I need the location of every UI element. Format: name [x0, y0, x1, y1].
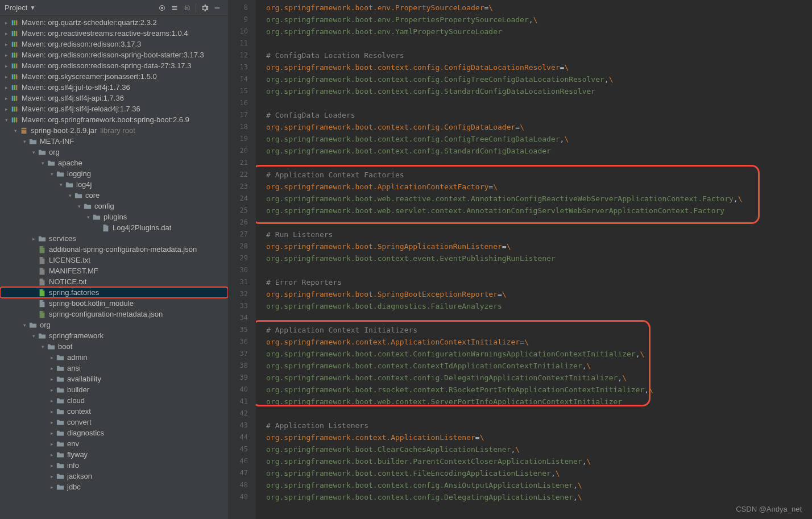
- chevron-icon[interactable]: ▾: [40, 160, 45, 166]
- sidebar-title[interactable]: Project: [5, 3, 27, 12]
- tree-item[interactable]: ▾apache: [0, 157, 228, 168]
- chevron-icon[interactable]: ▸: [3, 106, 9, 112]
- tree-item[interactable]: ▸cloud: [0, 395, 228, 406]
- tree-item[interactable]: ▸Maven: org.slf4j:slf4j-api:1.7.36: [0, 93, 228, 103]
- tree-item[interactable]: ▾org: [0, 147, 228, 157]
- chevron-icon[interactable]: ▸: [49, 420, 55, 425]
- chevron-icon[interactable]: ▾: [13, 128, 18, 134]
- tree-item[interactable]: LICENSE.txt: [0, 255, 228, 265]
- chevron-icon[interactable]: ▾: [67, 193, 73, 198]
- tree-item[interactable]: ▸ansi: [0, 363, 228, 373]
- chevron-icon[interactable]: ▸: [49, 376, 55, 382]
- tree-item[interactable]: ▸jdbc: [0, 481, 228, 492]
- tree-item[interactable]: ▾plugins: [0, 211, 228, 222]
- tree-item[interactable]: ▸env: [0, 438, 228, 449]
- tree-label: boot: [58, 342, 72, 351]
- folder-icon: [56, 407, 65, 416]
- tree-item[interactable]: ▾org: [0, 319, 228, 330]
- chevron-icon[interactable]: ▾: [22, 322, 27, 328]
- tree-item[interactable]: spring.factories: [0, 287, 228, 298]
- tree-item[interactable]: ▸Maven: org.redisson:redisson:3.17.3: [0, 39, 228, 49]
- tree-item[interactable]: ▾META-INF: [0, 136, 228, 147]
- collapse-all-icon[interactable]: [182, 3, 192, 13]
- chevron-icon[interactable]: ▸: [3, 85, 9, 90]
- tree-item[interactable]: ▸Maven: org.reactivestreams:reactive-str…: [0, 28, 228, 39]
- chevron-icon[interactable]: ▾: [76, 204, 82, 209]
- chevron-icon[interactable]: ▸: [49, 463, 55, 468]
- chevron-icon[interactable]: ▸: [3, 74, 9, 80]
- tree-item[interactable]: ▸admin: [0, 352, 228, 363]
- chevron-icon[interactable]: ▸: [49, 355, 55, 360]
- tree-item[interactable]: ▾boot: [0, 341, 228, 352]
- chevron-icon[interactable]: ▸: [49, 366, 55, 371]
- chevron-icon[interactable]: ▸: [49, 430, 55, 436]
- folder-icon: [56, 418, 65, 427]
- locate-icon[interactable]: [157, 3, 167, 13]
- tree-item[interactable]: MANIFEST.MF: [0, 265, 228, 276]
- chevron-icon[interactable]: ▾: [58, 182, 64, 188]
- chevron-icon[interactable]: ▸: [49, 452, 55, 458]
- chevron-icon[interactable]: ▾: [49, 171, 55, 177]
- tree-item[interactable]: ▸diagnostics: [0, 427, 228, 438]
- tree-item[interactable]: ▾springframework: [0, 330, 228, 341]
- tree-item[interactable]: ▸convert: [0, 417, 228, 427]
- tree-item[interactable]: ▸flyway: [0, 449, 228, 460]
- tree-item[interactable]: ▸Maven: org.slf4j:slf4j-reload4j:1.7.36: [0, 103, 228, 114]
- tree-item[interactable]: ▸availability: [0, 373, 228, 384]
- tree-item[interactable]: ▸Maven: org.redisson:redisson-spring-boo…: [0, 49, 228, 60]
- svg-rect-22: [16, 85, 18, 90]
- dropdown-arrow-icon[interactable]: ▼: [30, 5, 35, 11]
- chevron-icon[interactable]: ▸: [3, 63, 9, 69]
- tree-item[interactable]: ▾log4j: [0, 179, 228, 190]
- project-tree[interactable]: ▸Maven: org.quartz-scheduler:quartz:2.3.…: [0, 16, 228, 519]
- tree-item[interactable]: ▾config: [0, 201, 228, 211]
- minimize-icon[interactable]: [212, 3, 222, 13]
- tree-item[interactable]: additional-spring-configuration-metadata…: [0, 244, 228, 255]
- code-area[interactable]: org.springframework.boot.env.PropertySou…: [256, 0, 812, 519]
- chevron-icon[interactable]: ▸: [49, 387, 55, 393]
- chevron-icon[interactable]: ▸: [3, 96, 9, 101]
- line-number: 14: [229, 73, 256, 85]
- chevron-icon[interactable]: ▾: [85, 214, 91, 220]
- tree-item[interactable]: ▸info: [0, 460, 228, 471]
- tree-item[interactable]: Log4j2Plugins.dat: [0, 222, 228, 233]
- tree-item[interactable]: ▾logging: [0, 168, 228, 179]
- lib-icon: [10, 18, 19, 27]
- line-number: 22: [229, 169, 256, 181]
- tree-item[interactable]: ▸builder: [0, 384, 228, 395]
- gear-icon[interactable]: [200, 3, 210, 13]
- tree-item[interactable]: ▸Maven: org.skyscreamer:jsonassert:1.5.0: [0, 71, 228, 82]
- tree-item[interactable]: ▸jackson: [0, 471, 228, 481]
- chevron-icon[interactable]: ▸: [3, 52, 9, 58]
- chevron-icon[interactable]: ▸: [49, 409, 55, 414]
- line-number: 21: [229, 157, 256, 169]
- chevron-icon[interactable]: ▾: [31, 333, 36, 339]
- chevron-icon[interactable]: ▸: [49, 484, 55, 490]
- tree-item[interactable]: ▸services: [0, 233, 228, 244]
- expand-all-icon[interactable]: [169, 3, 180, 13]
- chevron-icon[interactable]: ▸: [3, 31, 9, 36]
- chevron-icon[interactable]: ▾: [40, 344, 45, 350]
- editor-pane: 8910111213141516171819202122232425262728…: [229, 0, 812, 519]
- tree-item[interactable]: ▸Maven: org.slf4j:jul-to-slf4j:1.7.36: [0, 82, 228, 93]
- chevron-icon[interactable]: ▸: [49, 474, 55, 479]
- tree-item[interactable]: NOTICE.txt: [0, 276, 228, 287]
- line-number: 27: [229, 229, 256, 240]
- tree-item[interactable]: spring-boot.kotlin_module: [0, 298, 228, 309]
- tree-item[interactable]: ▾spring-boot-2.6.9.jarlibrary root: [0, 125, 228, 136]
- chevron-icon[interactable]: ▾: [22, 139, 27, 144]
- chevron-icon[interactable]: ▸: [31, 236, 36, 242]
- chevron-icon[interactable]: ▸: [3, 20, 9, 26]
- tree-item[interactable]: spring-configuration-metadata.json: [0, 309, 228, 319]
- chevron-icon[interactable]: ▸: [49, 441, 55, 447]
- chevron-icon[interactable]: ▸: [3, 41, 9, 47]
- tree-item[interactable]: ▸Maven: org.quartz-scheduler:quartz:2.3.…: [0, 17, 228, 28]
- chevron-icon[interactable]: ▾: [3, 117, 9, 123]
- tree-item[interactable]: ▾core: [0, 190, 228, 201]
- tree-item[interactable]: ▸context: [0, 406, 228, 417]
- tree-item[interactable]: ▾Maven: org.springframework.boot:spring-…: [0, 114, 228, 125]
- chevron-icon[interactable]: ▸: [49, 398, 55, 404]
- chevron-icon[interactable]: ▾: [31, 150, 36, 155]
- tree-item[interactable]: ▸Maven: org.redisson:redisson-spring-dat…: [0, 60, 228, 71]
- code-line: org.springframework.boot.context.config.…: [266, 491, 812, 503]
